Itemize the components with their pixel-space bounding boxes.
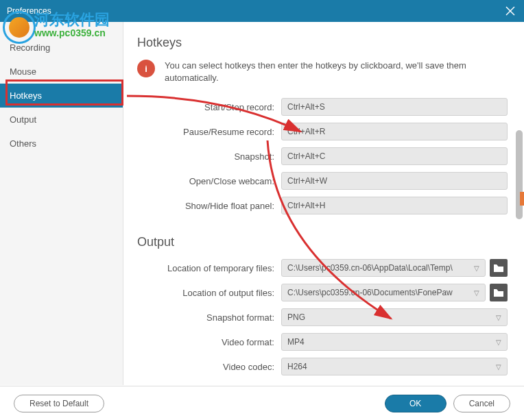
sidebar-edge-marker <box>520 192 524 206</box>
footer: Reset to Default OK Cancel <box>0 386 524 420</box>
section-title-hotkeys: Hotkeys <box>137 36 508 50</box>
hotkey-field-pause-resume: Pause/Resume record: Ctrl+Alt+R <box>137 123 508 140</box>
chevron-down-icon: ▽ <box>496 314 501 321</box>
field-label: Show/Hide float panel: <box>137 201 281 211</box>
output-field-video-codec: Video codec: H264▽ <box>137 358 508 375</box>
output-field-video-format: Video format: MP4▽ <box>137 333 508 351</box>
field-value: MP4 <box>287 337 305 347</box>
field-label: Pause/Resume record: <box>137 127 281 137</box>
field-label: Video codec: <box>137 362 281 372</box>
output-section: Output Location of temporary files: C:\U… <box>137 235 508 375</box>
hotkey-field-webcam: Open/Close webcam: Ctrl+Alt+W <box>137 172 508 190</box>
hotkey-input-snapshot[interactable]: Ctrl+Alt+C <box>281 147 508 165</box>
field-label: Video format: <box>137 337 281 347</box>
output-field-output-path: Location of output files: C:\Users\pc035… <box>137 284 508 301</box>
output-field-snapshot-format: Snapshot format: PNG▽ <box>137 308 508 326</box>
field-value: C:\Users\pc0359.cn-06\Documents\FonePaw <box>287 288 453 297</box>
ok-button[interactable]: OK <box>385 395 446 412</box>
field-label: Snapshot: <box>137 151 281 162</box>
field-label: Location of output files: <box>137 288 281 298</box>
output-select-snapshot-format[interactable]: PNG▽ <box>281 308 508 326</box>
field-label: Snapshot format: <box>137 312 281 323</box>
hotkey-field-start-stop: Start/Stop record: Ctrl+Alt+S <box>137 98 508 116</box>
field-label: Location of temporary files: <box>137 263 281 273</box>
sidebar-item-mouse[interactable]: Mouse <box>0 60 123 84</box>
info-row: i You can select hotkeys then enter the … <box>137 60 508 84</box>
output-input-output-path[interactable]: C:\Users\pc0359.cn-06\Documents\FonePaw▽ <box>281 284 486 301</box>
sidebar-item-others[interactable]: Others <box>0 132 123 156</box>
reset-to-default-button[interactable]: Reset to Default <box>14 395 104 412</box>
section-title-output: Output <box>137 235 508 249</box>
hotkey-input-float-panel[interactable]: Ctrl+Alt+H <box>281 197 508 214</box>
field-value: PNG <box>287 312 305 322</box>
cancel-button[interactable]: Cancel <box>453 395 510 412</box>
chevron-down-icon: ▽ <box>496 363 501 371</box>
browse-folder-button[interactable] <box>490 259 508 277</box>
field-label: Open/Close webcam: <box>137 176 281 186</box>
chevron-down-icon: ▽ <box>496 338 501 346</box>
field-label: Start/Stop record: <box>137 102 281 112</box>
field-value: C:\Users\pc0359.cn-06\AppData\Local\Temp… <box>287 263 453 273</box>
chevron-down-icon: ▽ <box>474 289 479 297</box>
sidebar-item-output[interactable]: Output <box>0 108 123 132</box>
browse-folder-button[interactable] <box>490 284 508 301</box>
output-input-temp-path[interactable]: C:\Users\pc0359.cn-06\AppData\Local\Temp… <box>281 259 486 277</box>
content-pane: Hotkeys i You can select hotkeys then en… <box>123 22 524 385</box>
hotkey-field-snapshot: Snapshot: Ctrl+Alt+C <box>137 147 508 165</box>
sidebar-item-hotkeys[interactable]: Hotkeys <box>0 84 123 108</box>
close-icon[interactable] <box>503 4 517 18</box>
window-title: Preferences <box>7 6 503 16</box>
sidebar: Recording Mouse Hotkeys Output Others <box>0 22 123 385</box>
titlebar: Preferences <box>0 0 524 22</box>
info-text: You can select hotkeys then enter the ho… <box>165 60 508 84</box>
sidebar-item-recording[interactable]: Recording <box>0 36 123 60</box>
info-icon: i <box>137 60 155 77</box>
scrollbar-thumb[interactable] <box>516 130 523 219</box>
field-value: H264 <box>287 362 307 371</box>
hotkey-input-pause-resume[interactable]: Ctrl+Alt+R <box>281 123 508 140</box>
output-select-video-format[interactable]: MP4▽ <box>281 333 508 351</box>
hotkey-input-webcam[interactable]: Ctrl+Alt+W <box>281 172 508 190</box>
chevron-down-icon: ▽ <box>474 264 479 272</box>
output-field-temp-path: Location of temporary files: C:\Users\pc… <box>137 259 508 277</box>
hotkey-field-float-panel: Show/Hide float panel: Ctrl+Alt+H <box>137 197 508 214</box>
hotkey-input-start-stop[interactable]: Ctrl+Alt+S <box>281 98 508 116</box>
main-area: Recording Mouse Hotkeys Output Others Ho… <box>0 22 524 385</box>
output-select-video-codec[interactable]: H264▽ <box>281 358 508 375</box>
